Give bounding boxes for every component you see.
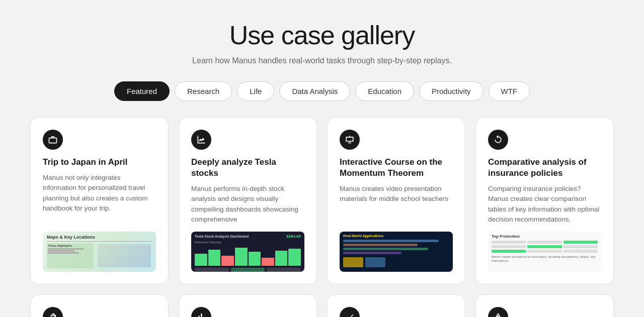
- tab-wtf[interactable]: WTF: [489, 81, 530, 101]
- presentation-icon: [345, 135, 355, 145]
- card-momentum-preview: Real-World Applications: [340, 232, 453, 272]
- tab-life[interactable]: Life: [237, 81, 274, 101]
- card-momentum[interactable]: Interactive Course on the Momentum Theor…: [327, 117, 465, 284]
- tab-bar: Featured Research Life Data Analysis Edu…: [30, 81, 614, 101]
- card-insurance-preview: Top Protection: [488, 232, 601, 272]
- card-japan[interactable]: Trip to Japan in April Manus not only in…: [30, 117, 169, 284]
- card-tesla[interactable]: Deeply analyze Tesla stocks Manus perfor…: [179, 117, 317, 284]
- tab-productivity[interactable]: Productivity: [419, 81, 484, 101]
- page-header: Use case gallery Learn how Manus handles…: [30, 20, 614, 65]
- card-amazon-icon: [191, 307, 211, 317]
- card-momentum-desc: Manus creates video presentation materia…: [340, 184, 453, 225]
- card-yc[interactable]: List of YC Companies We needed a list of…: [327, 294, 465, 317]
- bar-chart-alt-icon: [196, 312, 206, 317]
- refresh-chart-icon: [493, 135, 503, 145]
- card-tesla-icon: [191, 130, 211, 150]
- chart-icon: [196, 135, 206, 145]
- card-online-store-icon: [488, 307, 508, 317]
- card-amazon[interactable]: Analyze Amazon's financial report: [179, 294, 317, 317]
- tab-featured[interactable]: Featured: [114, 81, 170, 101]
- tab-data-analysis[interactable]: Data Analysis: [279, 81, 350, 101]
- card-insurance-icon: [488, 130, 508, 150]
- card-insurance[interactable]: Comparative analysis of insurance polici…: [475, 117, 614, 284]
- card-japan-preview: Maps & Key Locations Tokyo Highlights: [43, 232, 156, 272]
- card-insurance-title: Comparative analysis of insurance polici…: [488, 157, 601, 179]
- store-icon: [493, 312, 503, 317]
- card-tesla-preview: Tesla Stock Analysis Dashboard $284.65 E…: [191, 232, 304, 272]
- svg-rect-0: [346, 137, 353, 141]
- card-japan-title: Trip to Japan in April: [43, 157, 156, 168]
- cards-grid-row2: B2B Supplier Sourcing Manus conducts in-…: [30, 294, 614, 317]
- cards-grid-row1: Trip to Japan in April Manus not only in…: [30, 117, 614, 284]
- card-online-store[interactable]: Online store operation analysis: [475, 294, 614, 317]
- tab-education[interactable]: Education: [355, 81, 414, 101]
- card-tesla-desc: Manus performs in-depth stock analysis a…: [191, 184, 304, 225]
- list-check-icon: [345, 312, 355, 317]
- page-subtitle: Learn how Manus handles real-world tasks…: [30, 56, 614, 65]
- card-b2b[interactable]: B2B Supplier Sourcing Manus conducts in-…: [30, 294, 169, 317]
- card-insurance-desc: Comparing insurance policies? Manus crea…: [488, 184, 601, 225]
- page-title: Use case gallery: [30, 20, 614, 50]
- tab-research[interactable]: Research: [175, 81, 232, 101]
- briefcase-icon: [48, 135, 58, 145]
- card-momentum-title: Interactive Course on the Momentum Theor…: [340, 157, 453, 179]
- card-japan-desc: Manus not only integrates information fo…: [43, 173, 156, 225]
- card-momentum-icon: [340, 130, 360, 150]
- card-japan-icon: [43, 130, 63, 150]
- shopping-bag-icon: [48, 312, 58, 317]
- card-b2b-icon: [43, 307, 63, 317]
- card-yc-icon: [340, 307, 360, 317]
- card-tesla-title: Deeply analyze Tesla stocks: [191, 157, 304, 179]
